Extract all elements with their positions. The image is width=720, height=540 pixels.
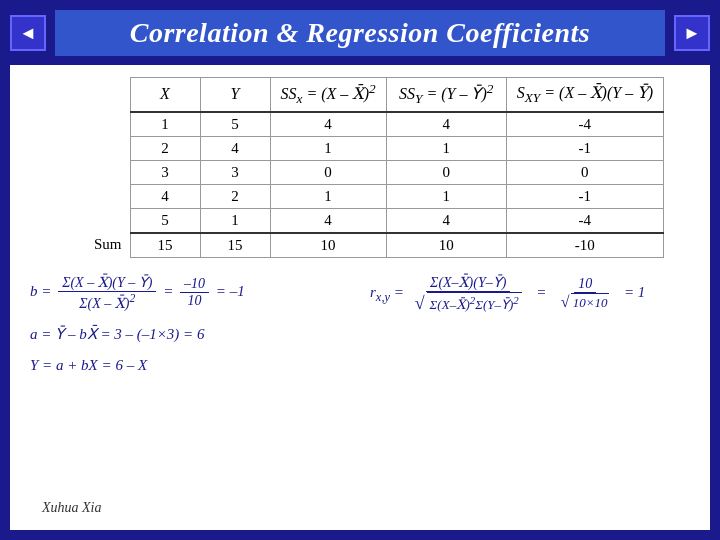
cell-ssx1: 4 — [270, 112, 386, 137]
y-formula: Y = a + bX = 6 – X — [30, 357, 350, 374]
cell-sxy4: -1 — [506, 184, 663, 208]
sum-sxy: -10 — [506, 233, 663, 258]
left-arrow-icon: ◄ — [19, 23, 37, 44]
table-row: 5 1 4 4 -4 — [60, 208, 664, 233]
cell-sxy2: -1 — [506, 136, 663, 160]
table-row: 1 5 4 4 -4 — [60, 112, 664, 137]
table-row: 4 2 1 1 -1 — [60, 184, 664, 208]
cell-x4: 4 — [130, 184, 200, 208]
cell-ssy4: 1 — [386, 184, 506, 208]
table-row: 3 3 0 0 0 — [60, 160, 664, 184]
cell-ssy2: 1 — [386, 136, 506, 160]
cell-ssx4: 1 — [270, 184, 386, 208]
prev-arrow[interactable]: ◄ — [10, 15, 46, 51]
sum-ssy: 10 — [386, 233, 506, 258]
col-header-ssy: SSY = (Y – Ȳ)2 — [386, 78, 506, 112]
cell-y2: 4 — [200, 136, 270, 160]
col-header-y: Y — [200, 78, 270, 112]
table-row: 2 4 1 1 -1 — [60, 136, 664, 160]
cell-ssy5: 4 — [386, 208, 506, 233]
cell-ssx5: 4 — [270, 208, 386, 233]
cell-sxy5: -4 — [506, 208, 663, 233]
formulas-area: b = Σ(X – X̄)(Y – Ȳ) Σ(X – X̄)2 = –10 10… — [30, 274, 690, 389]
right-arrow-icon: ► — [683, 23, 701, 44]
slide-container: ◄ ► Correlation & Regression Coefficient… — [0, 0, 720, 540]
cell-ssx3: 0 — [270, 160, 386, 184]
left-formulas: b = Σ(X – X̄)(Y – Ȳ) Σ(X – X̄)2 = –10 10… — [30, 274, 350, 389]
r-formula: rx,y = Σ(X–X̄)(Y–Ȳ) √Σ(X–X̄)2Σ(Y–Ȳ)2 = 1… — [370, 274, 690, 328]
data-table: X Y SSx = (X – X̄)2 SSY = (Y – Ȳ)2 SXY =… — [60, 77, 664, 258]
cell-ssy1: 4 — [386, 112, 506, 137]
next-arrow[interactable]: ► — [674, 15, 710, 51]
cell-y3: 3 — [200, 160, 270, 184]
col-header-ssx: SSx = (X – X̄)2 — [270, 78, 386, 112]
r-formula-block: rx,y = Σ(X–X̄)(Y–Ȳ) √Σ(X–X̄)2Σ(Y–Ȳ)2 = 1… — [370, 274, 690, 314]
cell-y5: 1 — [200, 208, 270, 233]
sum-ssx: 10 — [270, 233, 386, 258]
cell-x2: 2 — [130, 136, 200, 160]
col-header-x: X — [130, 78, 200, 112]
cell-x1: 1 — [130, 112, 200, 137]
table-sum-row: Sum 15 15 10 10 -10 — [60, 233, 664, 258]
col-header-sxy: SXY = (X – X̄)(Y – Ȳ) — [506, 78, 663, 112]
cell-y4: 2 — [200, 184, 270, 208]
sum-label: Sum — [60, 233, 130, 258]
b-formula: b = Σ(X – X̄)(Y – Ȳ) Σ(X – X̄)2 = –10 10… — [30, 274, 350, 312]
slide-title: Correlation & Regression Coefficients — [130, 17, 591, 49]
cell-x3: 3 — [130, 160, 200, 184]
author-label: Xuhua Xia — [42, 500, 102, 516]
a-formula: a = Ȳ – bX̄ = 3 – (–1×3) = 6 — [30, 325, 350, 343]
sum-x: 15 — [130, 233, 200, 258]
sum-y: 15 — [200, 233, 270, 258]
cell-x5: 5 — [130, 208, 200, 233]
cell-sxy1: -4 — [506, 112, 663, 137]
cell-sxy3: 0 — [506, 160, 663, 184]
title-bar: Correlation & Regression Coefficients — [55, 10, 665, 56]
content-area: X Y SSx = (X – X̄)2 SSY = (Y – Ȳ)2 SXY =… — [10, 65, 710, 530]
cell-y1: 5 — [200, 112, 270, 137]
cell-ssy3: 0 — [386, 160, 506, 184]
cell-ssx2: 1 — [270, 136, 386, 160]
